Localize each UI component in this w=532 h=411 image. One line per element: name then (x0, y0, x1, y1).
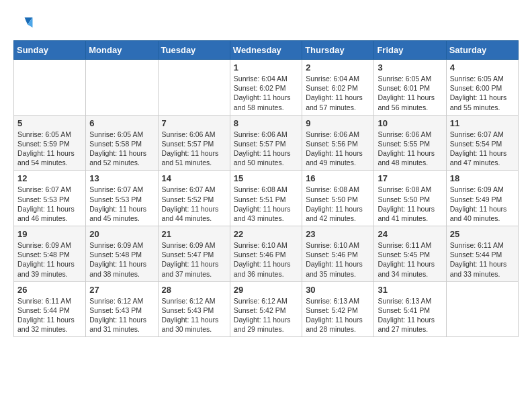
calendar-cell: 16Sunrise: 6:08 AMSunset: 5:50 PMDayligh… (302, 171, 374, 226)
calendar-cell: 17Sunrise: 6:08 AMSunset: 5:50 PMDayligh… (374, 171, 446, 226)
calendar-cell: 18Sunrise: 6:09 AMSunset: 5:49 PMDayligh… (446, 171, 518, 226)
calendar-cell: 5Sunrise: 6:05 AMSunset: 5:59 PMDaylight… (14, 115, 86, 171)
calendar-cell: 7Sunrise: 6:06 AMSunset: 5:57 PMDaylight… (158, 115, 230, 171)
day-number: 2 (306, 62, 370, 73)
calendar-cell: 11Sunrise: 6:07 AMSunset: 5:54 PMDayligh… (446, 115, 518, 171)
day-content: Sunrise: 6:08 AMSunset: 5:50 PMDaylight:… (306, 185, 370, 223)
day-number: 11 (450, 118, 515, 128)
day-number: 24 (378, 229, 442, 239)
day-number: 16 (306, 173, 370, 183)
weekday-header-wednesday: Wednesday (230, 41, 302, 60)
day-number: 18 (450, 173, 515, 183)
day-content: Sunrise: 6:07 AMSunset: 5:52 PMDaylight:… (162, 185, 226, 223)
calendar-cell: 10Sunrise: 6:06 AMSunset: 5:55 PMDayligh… (374, 115, 446, 171)
weekday-header-friday: Friday (374, 41, 446, 60)
day-content: Sunrise: 6:04 AMSunset: 6:02 PMDaylight:… (234, 74, 298, 112)
day-number: 22 (234, 229, 298, 239)
day-number: 20 (89, 229, 154, 239)
day-number: 1 (234, 62, 298, 73)
day-number: 19 (17, 229, 82, 239)
logo-icon (13, 13, 34, 34)
calendar-cell: 24Sunrise: 6:11 AMSunset: 5:45 PMDayligh… (374, 226, 446, 282)
day-content: Sunrise: 6:11 AMSunset: 5:44 PMDaylight:… (17, 296, 82, 334)
day-content: Sunrise: 6:10 AMSunset: 5:46 PMDaylight:… (306, 240, 370, 279)
day-content: Sunrise: 6:13 AMSunset: 5:41 PMDaylight:… (378, 296, 442, 334)
day-content: Sunrise: 6:05 AMSunset: 5:58 PMDaylight:… (89, 130, 154, 168)
day-number: 30 (306, 285, 370, 295)
day-content: Sunrise: 6:04 AMSunset: 6:02 PMDaylight:… (306, 74, 370, 112)
calendar-cell (86, 60, 158, 116)
calendar-cell: 28Sunrise: 6:12 AMSunset: 5:43 PMDayligh… (158, 281, 230, 337)
day-number: 28 (162, 285, 226, 295)
weekday-header-sunday: Sunday (14, 41, 86, 60)
day-content: Sunrise: 6:07 AMSunset: 5:53 PMDaylight:… (17, 185, 82, 223)
day-number: 3 (378, 62, 442, 73)
day-number: 25 (450, 229, 515, 239)
day-content: Sunrise: 6:08 AMSunset: 5:50 PMDaylight:… (378, 185, 442, 223)
day-number: 21 (162, 229, 226, 239)
calendar-cell: 20Sunrise: 6:09 AMSunset: 5:48 PMDayligh… (86, 226, 158, 282)
day-content: Sunrise: 6:09 AMSunset: 5:47 PMDaylight:… (162, 240, 226, 279)
day-content: Sunrise: 6:06 AMSunset: 5:56 PMDaylight:… (306, 130, 370, 168)
day-number: 26 (17, 285, 82, 295)
calendar-cell: 4Sunrise: 6:05 AMSunset: 6:00 PMDaylight… (446, 60, 518, 116)
calendar-table: SundayMondayTuesdayWednesdayThursdayFrid… (13, 40, 519, 337)
day-content: Sunrise: 6:11 AMSunset: 5:45 PMDaylight:… (378, 240, 442, 279)
logo (13, 13, 35, 34)
calendar-cell: 21Sunrise: 6:09 AMSunset: 5:47 PMDayligh… (158, 226, 230, 282)
weekday-header-saturday: Saturday (446, 41, 518, 60)
day-content: Sunrise: 6:10 AMSunset: 5:46 PMDaylight:… (234, 240, 298, 279)
day-number: 8 (234, 118, 298, 128)
weekday-header-row: SundayMondayTuesdayWednesdayThursdayFrid… (14, 41, 519, 60)
day-content: Sunrise: 6:05 AMSunset: 5:59 PMDaylight:… (17, 130, 82, 168)
day-number: 23 (306, 229, 370, 239)
calendar-cell: 3Sunrise: 6:05 AMSunset: 6:01 PMDaylight… (374, 60, 446, 116)
day-content: Sunrise: 6:05 AMSunset: 6:01 PMDaylight:… (378, 74, 442, 112)
calendar-cell: 22Sunrise: 6:10 AMSunset: 5:46 PMDayligh… (230, 226, 302, 282)
day-content: Sunrise: 6:05 AMSunset: 6:00 PMDaylight:… (450, 74, 515, 112)
week-row-5: 26Sunrise: 6:11 AMSunset: 5:44 PMDayligh… (14, 281, 519, 337)
calendar-cell: 19Sunrise: 6:09 AMSunset: 5:48 PMDayligh… (14, 226, 86, 282)
day-content: Sunrise: 6:06 AMSunset: 5:55 PMDaylight:… (378, 130, 442, 168)
calendar-cell: 8Sunrise: 6:06 AMSunset: 5:57 PMDaylight… (230, 115, 302, 171)
calendar-cell: 29Sunrise: 6:12 AMSunset: 5:42 PMDayligh… (230, 281, 302, 337)
day-content: Sunrise: 6:08 AMSunset: 5:51 PMDaylight:… (234, 185, 298, 223)
day-content: Sunrise: 6:12 AMSunset: 5:43 PMDaylight:… (89, 296, 154, 334)
day-content: Sunrise: 6:12 AMSunset: 5:42 PMDaylight:… (234, 296, 298, 334)
day-number: 15 (234, 173, 298, 183)
page-header (13, 13, 519, 34)
day-number: 13 (89, 173, 154, 183)
calendar-cell: 23Sunrise: 6:10 AMSunset: 5:46 PMDayligh… (302, 226, 374, 282)
calendar-cell: 14Sunrise: 6:07 AMSunset: 5:52 PMDayligh… (158, 171, 230, 226)
calendar-cell: 12Sunrise: 6:07 AMSunset: 5:53 PMDayligh… (14, 171, 86, 226)
calendar-cell: 2Sunrise: 6:04 AMSunset: 6:02 PMDaylight… (302, 60, 374, 116)
day-content: Sunrise: 6:12 AMSunset: 5:43 PMDaylight:… (162, 296, 226, 334)
day-number: 12 (17, 173, 82, 183)
day-content: Sunrise: 6:11 AMSunset: 5:44 PMDaylight:… (450, 240, 515, 279)
day-number: 27 (89, 285, 154, 295)
calendar-cell (446, 281, 518, 337)
calendar-cell (14, 60, 86, 116)
weekday-header-monday: Monday (86, 41, 158, 60)
calendar-cell: 30Sunrise: 6:13 AMSunset: 5:42 PMDayligh… (302, 281, 374, 337)
day-content: Sunrise: 6:07 AMSunset: 5:54 PMDaylight:… (450, 130, 515, 168)
day-content: Sunrise: 6:07 AMSunset: 5:53 PMDaylight:… (89, 185, 154, 223)
day-content: Sunrise: 6:09 AMSunset: 5:48 PMDaylight:… (17, 240, 82, 279)
calendar-cell: 25Sunrise: 6:11 AMSunset: 5:44 PMDayligh… (446, 226, 518, 282)
day-number: 9 (306, 118, 370, 128)
calendar-cell: 13Sunrise: 6:07 AMSunset: 5:53 PMDayligh… (86, 171, 158, 226)
day-content: Sunrise: 6:06 AMSunset: 5:57 PMDaylight:… (234, 130, 298, 168)
week-row-4: 19Sunrise: 6:09 AMSunset: 5:48 PMDayligh… (14, 226, 519, 282)
calendar-cell: 9Sunrise: 6:06 AMSunset: 5:56 PMDaylight… (302, 115, 374, 171)
calendar-cell: 15Sunrise: 6:08 AMSunset: 5:51 PMDayligh… (230, 171, 302, 226)
day-number: 10 (378, 118, 442, 128)
day-content: Sunrise: 6:09 AMSunset: 5:48 PMDaylight:… (89, 240, 154, 279)
week-row-2: 5Sunrise: 6:05 AMSunset: 5:59 PMDaylight… (14, 115, 519, 171)
day-number: 17 (378, 173, 442, 183)
calendar-cell: 31Sunrise: 6:13 AMSunset: 5:41 PMDayligh… (374, 281, 446, 337)
calendar-cell: 27Sunrise: 6:12 AMSunset: 5:43 PMDayligh… (86, 281, 158, 337)
calendar-cell (158, 60, 230, 116)
week-row-3: 12Sunrise: 6:07 AMSunset: 5:53 PMDayligh… (14, 171, 519, 226)
calendar-cell: 6Sunrise: 6:05 AMSunset: 5:58 PMDaylight… (86, 115, 158, 171)
weekday-header-tuesday: Tuesday (158, 41, 230, 60)
